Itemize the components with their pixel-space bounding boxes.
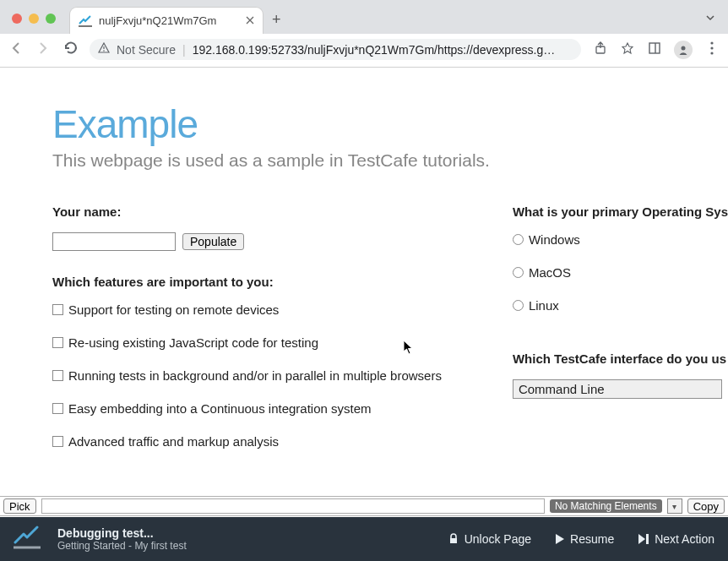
omnibox-divider: | bbox=[182, 43, 186, 57]
bookmark-icon[interactable] bbox=[620, 41, 635, 58]
page-subtitle: This webpage is used as a sample in Test… bbox=[52, 150, 728, 171]
menu-icon[interactable] bbox=[704, 41, 720, 58]
svg-point-5 bbox=[682, 46, 686, 50]
play-icon bbox=[555, 533, 565, 545]
maximize-window-button[interactable] bbox=[46, 14, 56, 24]
feature-checkbox[interactable]: Advanced traffic and markup analysis bbox=[52, 434, 474, 449]
page-content: Example This webpage is used as a sample… bbox=[0, 68, 728, 449]
window-controls bbox=[12, 14, 56, 24]
chevron-down-icon[interactable] bbox=[704, 12, 716, 27]
checkbox-icon bbox=[52, 403, 63, 414]
interface-select[interactable]: Command Line bbox=[513, 379, 722, 399]
tab-bar: nuljFxvju*nQ21Wm7Gm + bbox=[0, 0, 728, 34]
forward-button bbox=[35, 41, 51, 59]
page-title: Example bbox=[52, 101, 728, 147]
feature-checkbox[interactable]: Running tests in background and/or in pa… bbox=[52, 368, 474, 383]
radio-icon bbox=[513, 300, 524, 311]
svg-point-7 bbox=[710, 46, 713, 49]
svg-point-8 bbox=[710, 52, 713, 54]
mouse-cursor-icon bbox=[403, 340, 415, 358]
svg-point-1 bbox=[103, 50, 105, 52]
selector-pick-bar: Pick No Matching Elements ▾ Copy bbox=[0, 496, 728, 516]
testcafe-favicon bbox=[79, 14, 92, 28]
unlock-page-button[interactable]: Unlock Page bbox=[448, 532, 531, 546]
feature-checkbox[interactable]: Easy embedding into a Continuous integra… bbox=[52, 401, 474, 416]
debug-status-title: Debugging test... bbox=[57, 526, 187, 540]
address-bar[interactable]: Not Secure | 192.168.0.199:52733/nuljFxv… bbox=[90, 39, 581, 60]
feature-checkbox[interactable]: Support for testing on remote devices bbox=[52, 302, 474, 317]
no-matching-elements-badge: No Matching Elements bbox=[550, 499, 662, 513]
next-action-button[interactable]: Next Action bbox=[638, 532, 714, 546]
not-secure-label: Not Secure bbox=[117, 43, 176, 57]
svg-rect-3 bbox=[649, 43, 660, 53]
close-tab-icon[interactable] bbox=[246, 14, 254, 27]
side-panel-icon[interactable] bbox=[647, 41, 662, 58]
radio-icon bbox=[513, 267, 524, 278]
not-secure-icon bbox=[98, 42, 110, 57]
lock-icon bbox=[448, 533, 459, 545]
checkbox-icon bbox=[52, 436, 63, 447]
features-label: Which features are important to you: bbox=[52, 275, 474, 289]
resume-button[interactable]: Resume bbox=[555, 532, 614, 546]
svg-point-6 bbox=[710, 41, 713, 44]
browser-chrome: nuljFxvju*nQ21Wm7Gm + Not Secure | 192.1… bbox=[0, 0, 728, 68]
testcafe-debug-bar: Debugging test... Getting Started - My f… bbox=[0, 517, 728, 561]
checkbox-icon bbox=[52, 304, 63, 315]
svg-rect-9 bbox=[450, 538, 457, 543]
tab-title: nuljFxvju*nQ21Wm7Gm bbox=[99, 14, 216, 27]
browser-tab[interactable]: nuljFxvju*nQ21Wm7Gm bbox=[69, 7, 263, 34]
os-radio[interactable]: Linux bbox=[513, 298, 728, 313]
testcafe-logo-icon bbox=[14, 526, 41, 553]
url-text: 192.168.0.199:52733/nuljFxvju*nQ21Wm7Gm/… bbox=[193, 43, 573, 57]
copy-button[interactable]: Copy bbox=[687, 498, 725, 514]
selector-input[interactable] bbox=[41, 498, 545, 514]
checkbox-icon bbox=[52, 370, 63, 381]
debug-status-subtitle: Getting Started - My first test bbox=[57, 540, 187, 552]
profile-avatar[interactable] bbox=[674, 41, 693, 59]
minimize-window-button[interactable] bbox=[29, 14, 39, 24]
interface-label: Which TestCafe interface do you us bbox=[513, 351, 728, 366]
share-icon[interactable] bbox=[593, 41, 608, 58]
new-tab-button[interactable]: + bbox=[272, 11, 281, 29]
radio-icon bbox=[513, 234, 524, 245]
reload-button[interactable] bbox=[62, 41, 78, 58]
populate-button[interactable]: Populate bbox=[182, 233, 244, 250]
name-input[interactable] bbox=[52, 232, 176, 251]
pick-button[interactable]: Pick bbox=[3, 498, 36, 514]
svg-rect-10 bbox=[646, 534, 649, 544]
os-radio[interactable]: MacOS bbox=[513, 265, 728, 280]
checkbox-icon bbox=[52, 337, 63, 348]
os-radio[interactable]: Windows bbox=[513, 232, 728, 247]
step-icon bbox=[638, 533, 649, 545]
back-button[interactable] bbox=[8, 41, 24, 59]
name-label: Your name: bbox=[52, 204, 474, 219]
features-list: Support for testing on remote devices Re… bbox=[52, 302, 474, 449]
close-window-button[interactable] bbox=[12, 14, 22, 24]
os-label: What is your primary Operating Sys bbox=[513, 204, 728, 219]
debug-status: Debugging test... Getting Started - My f… bbox=[57, 526, 187, 552]
browser-toolbar: Not Secure | 192.168.0.199:52733/nuljFxv… bbox=[0, 34, 728, 67]
selector-dropdown[interactable]: ▾ bbox=[667, 498, 682, 514]
os-radio-group: Windows MacOS Linux bbox=[513, 232, 728, 313]
